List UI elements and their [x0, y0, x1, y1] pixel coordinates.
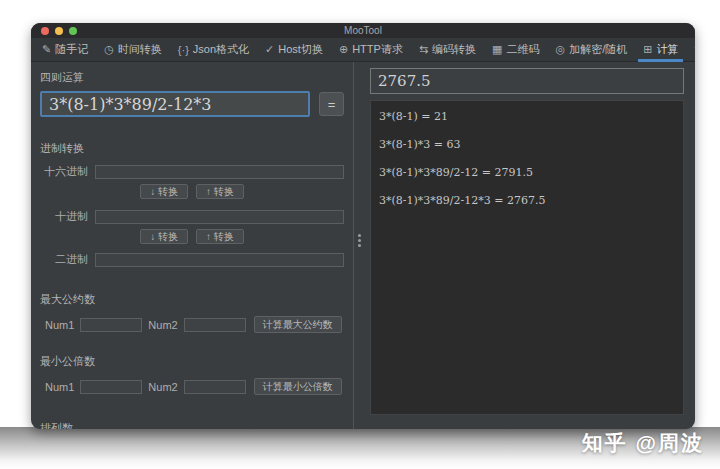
calculator-icon: ⊞: [643, 43, 652, 56]
hex-input[interactable]: [95, 165, 344, 179]
pencil-icon: ✎: [42, 43, 51, 56]
history-line: 3*(8-1)*3 = 63: [379, 138, 675, 151]
convert-down-button-2[interactable]: ↓ 转换: [140, 229, 188, 244]
zhihu-watermark: 知乎 @周波: [582, 429, 704, 457]
lcm-calc-button[interactable]: 计算最小公倍数: [254, 378, 342, 395]
wifi-icon: [694, 44, 695, 56]
main-content: 四则运算 = 进制转换 十六进制 ↓ 转换 ↑ 转换 十进制: [31, 62, 695, 429]
base-conversion-section-label: 进制转换: [40, 141, 344, 156]
tab-label: Json格式化: [193, 42, 249, 57]
traffic-lights: [41, 27, 77, 35]
tab-json-format[interactable]: {·} Json格式化: [170, 38, 257, 61]
hex-row: 十六进制: [40, 164, 344, 179]
equals-button[interactable]: =: [319, 92, 344, 116]
gcd-num1-input[interactable]: [80, 318, 142, 332]
history-log[interactable]: 3*(8-1) = 21 3*(8-1)*3 = 63 3*(8-1)*3*89…: [370, 100, 684, 415]
gcd-num1-label: Num1: [45, 319, 74, 331]
tab-crypto-random[interactable]: ◎ 加解密/随机: [548, 38, 636, 61]
dec-bin-convert-row: ↓ 转换 ↑ 转换: [40, 229, 344, 244]
left-panel: 四则运算 = 进制转换 十六进制 ↓ 转换 ↑ 转换 十进制: [31, 62, 353, 429]
mootool-window: MooTool ✎ 随手记 ◷ 时间转换 {·} Json格式化 ✓ Host切…: [31, 23, 695, 429]
globe-icon: ⊕: [339, 43, 348, 56]
tab-network[interactable]: 网...: [686, 38, 695, 61]
right-panel: 2767.5 3*(8-1) = 21 3*(8-1)*3 = 63 3*(8-…: [364, 62, 695, 429]
bin-row: 二进制: [40, 252, 344, 267]
braces-icon: {·}: [178, 44, 189, 56]
hex-dec-convert-row: ↓ 转换 ↑ 转换: [40, 184, 344, 199]
arithmetic-row: =: [40, 91, 344, 117]
tab-label: Host切换: [278, 42, 323, 57]
convert-up-button-1[interactable]: ↑ 转换: [196, 184, 244, 199]
lcm-num1-label: Num1: [45, 381, 74, 393]
tab-calculator[interactable]: ⊞ 计算: [635, 38, 686, 61]
lcm-num2-label: Num2: [148, 381, 177, 393]
dec-input[interactable]: [95, 210, 344, 224]
tab-encode-convert[interactable]: ⇆ 编码转换: [411, 38, 484, 61]
window-title: MooTool: [344, 25, 382, 36]
expression-input[interactable]: [40, 91, 310, 117]
tab-bar: ✎ 随手记 ◷ 时间转换 {·} Json格式化 ✓ Host切换 ⊕ HTTP…: [31, 38, 695, 62]
tab-label: 时间转换: [118, 42, 162, 57]
screenshot-canvas: 知乎 @周波 MooTool ✎ 随手记 ◷ 时间转换 {·} Json格式化: [0, 0, 720, 469]
tab-label: 随手记: [55, 42, 88, 57]
qr-code-icon: ▦: [492, 43, 502, 56]
tab-time-convert[interactable]: ◷ 时间转换: [96, 38, 170, 61]
gcd-section-label: 最大公约数: [40, 292, 344, 307]
gcd-row: Num1 Num2 计算最大公约数: [40, 316, 344, 333]
dec-row: 十进制: [40, 209, 344, 224]
tab-label: 编码转换: [432, 42, 476, 57]
bin-input[interactable]: [95, 253, 344, 267]
close-button[interactable]: [41, 27, 49, 35]
convert-down-button-1[interactable]: ↓ 转换: [140, 184, 188, 199]
history-line: 3*(8-1)*3*89/2-12*3 = 2767.5: [379, 194, 675, 207]
bin-label: 二进制: [40, 252, 88, 267]
panel-splitter[interactable]: [353, 62, 364, 429]
tab-label: 加解密/随机: [569, 42, 627, 57]
arithmetic-section-label: 四则运算: [40, 70, 344, 85]
history-line: 3*(8-1) = 21: [379, 110, 675, 123]
check-icon: ✓: [265, 43, 274, 56]
zoom-button[interactable]: [69, 27, 77, 35]
lcm-row: Num1 Num2 计算最小公倍数: [40, 378, 344, 395]
hex-label: 十六进制: [40, 164, 88, 179]
permutation-section-label: 排列数: [40, 421, 344, 429]
splitter-grip[interactable]: [358, 234, 361, 247]
titlebar: MooTool: [31, 23, 695, 38]
lcm-section-label: 最小公倍数: [40, 354, 344, 369]
shield-icon: ◎: [556, 43, 566, 56]
dec-label: 十进制: [40, 209, 88, 224]
swap-arrows-icon: ⇆: [419, 43, 428, 56]
history-line: 3*(8-1)*3*89/2-12 = 2791.5: [379, 166, 675, 179]
tab-label: 二维码: [507, 42, 540, 57]
tab-qr-code[interactable]: ▦ 二维码: [484, 38, 547, 61]
minimize-button[interactable]: [55, 27, 63, 35]
tab-http-request[interactable]: ⊕ HTTP请求: [331, 38, 411, 61]
tab-host-switch[interactable]: ✓ Host切换: [257, 38, 331, 61]
gcd-num2-input[interactable]: [184, 318, 246, 332]
result-field[interactable]: 2767.5: [370, 68, 684, 94]
gcd-calc-button[interactable]: 计算最大公约数: [254, 316, 342, 333]
tab-label: HTTP请求: [352, 42, 403, 57]
clock-icon: ◷: [104, 43, 114, 56]
tab-label: 计算: [656, 42, 678, 57]
gcd-num2-label: Num2: [148, 319, 177, 331]
tab-notes[interactable]: ✎ 随手记: [34, 38, 96, 61]
lcm-num2-input[interactable]: [184, 380, 246, 394]
lcm-num1-input[interactable]: [80, 380, 142, 394]
convert-up-button-2[interactable]: ↑ 转换: [196, 229, 244, 244]
